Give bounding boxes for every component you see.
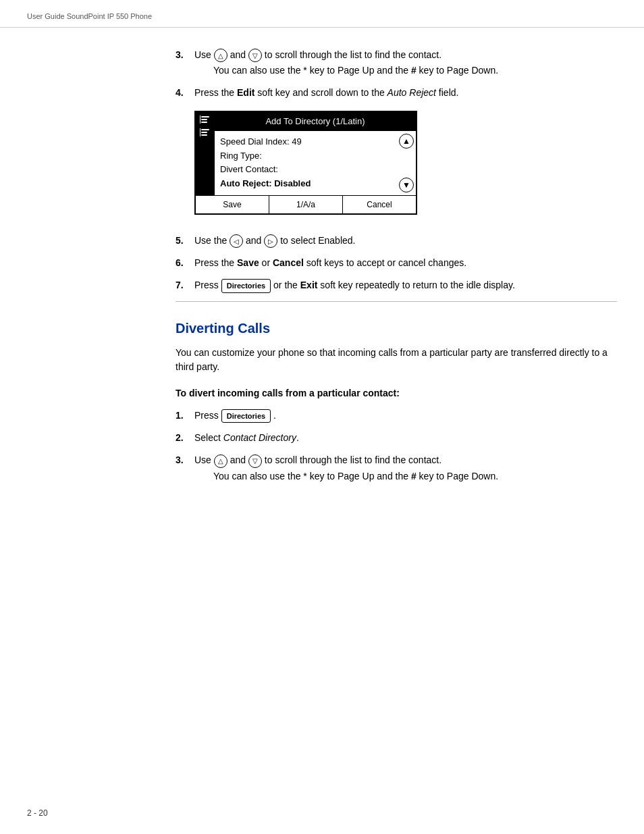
header-title: User Guide SoundPoint IP 550 Phone (27, 12, 152, 20)
up-arrow-icon (214, 49, 227, 62)
step-5: 5. Use the and to select Enabled. (176, 234, 617, 248)
divert-step-3-number: 3. (176, 453, 194, 483)
screen-main: Add To Directory (1/Latin) Speed Dial In… (215, 112, 416, 195)
softkey-cancel: Cancel (343, 196, 416, 213)
svg-rect-4 (201, 129, 209, 130)
svg-rect-7 (200, 128, 200, 136)
step-7-text-pre: Press (194, 280, 221, 290)
right-arrow-icon (264, 234, 277, 248)
contact-icon-1 (200, 115, 211, 125)
divert-step-2-content: Select Contact Directory. (194, 431, 617, 445)
divert-step-2-text: Select Contact Directory. (194, 432, 299, 443)
step-3-text-pre: Use (194, 49, 214, 60)
divert-step-1-number: 1. (176, 409, 194, 423)
screen-body: Speed Dial Index: 49 Ring Type: Divert C… (215, 131, 397, 195)
svg-rect-3 (200, 115, 200, 124)
subsection-heading: To divert incoming calls from a particul… (176, 386, 617, 400)
divert-step-3-text-post: to scroll through the list to find the c… (265, 454, 441, 465)
page-header: User Guide SoundPoint IP 550 Phone (0, 0, 644, 28)
step-5-text: Use the (194, 235, 230, 246)
down-arrow-icon (248, 49, 262, 62)
left-arrow-icon (230, 234, 243, 248)
divert-down-arrow-icon (248, 454, 262, 468)
screen-title: Add To Directory (1/Latin) (215, 112, 416, 131)
step-3-content: Use and to scroll through the list to fi… (194, 48, 617, 78)
step-3-text-post: to scroll through the list to find the c… (265, 49, 441, 60)
divert-step-3-text-pre: Use (194, 454, 214, 465)
step-5-text-post: to select Enabled. (280, 235, 355, 246)
directories-button-7[interactable]: Directories (221, 279, 271, 293)
step-5-and: and (246, 235, 264, 246)
svg-rect-2 (201, 122, 207, 123)
divert-step-2-number: 2. (176, 431, 194, 445)
step-7-content: Press Directories or the Exit soft key r… (194, 278, 617, 293)
icon-box-2 (198, 128, 213, 138)
softkey-save: Save (196, 196, 269, 213)
contact-icon-2 (200, 128, 211, 138)
divert-up-arrow-icon (214, 454, 227, 468)
screen-softkeys: Save 1/A/a Cancel (196, 195, 416, 213)
step-5-number: 5. (176, 234, 194, 248)
svg-rect-1 (201, 119, 207, 120)
diverting-step-list: 1. Press Directories . 2. Select Contact… (176, 409, 617, 484)
section-divider (176, 301, 617, 302)
page-content: 3. Use and to scroll through the list to… (0, 28, 644, 519)
step-3: 3. Use and to scroll through the list to… (176, 48, 617, 78)
step-4: 4. Press the Edit soft key and scroll do… (176, 86, 617, 226)
directories-button-1[interactable]: Directories (221, 409, 271, 423)
step-4-content: Press the Edit soft key and scroll down … (194, 86, 617, 226)
svg-rect-5 (201, 132, 207, 133)
svg-rect-6 (201, 134, 207, 136)
divert-step-3: 3. Use and to scroll through the list to… (176, 453, 617, 483)
step-6-text: Press the Save or Cancel soft keys to ac… (194, 257, 466, 268)
step-7-number: 7. (176, 278, 194, 293)
section-intro-text: You can customize your phone so that inc… (176, 346, 617, 374)
section-heading-diverting-calls: Diverting Calls (176, 321, 617, 336)
phone-screen: Add To Directory (1/Latin) Speed Dial In… (194, 111, 417, 215)
divert-step-3-content: Use and to scroll through the list to fi… (194, 453, 617, 483)
step-4-text: Press the Edit soft key and scroll down … (194, 87, 458, 98)
field-auto-reject: Auto Reject: Disabled (220, 177, 392, 191)
step-3-and: and (230, 49, 248, 60)
divert-step-3-note: You can also use the * key to Page Up an… (194, 469, 617, 484)
step-5-content: Use the and to select Enabled. (194, 234, 617, 248)
field-divert-contact: Divert Contact: (220, 163, 392, 177)
step-3-number: 3. (176, 48, 194, 78)
screen-left-icons (196, 112, 215, 195)
step-6-content: Press the Save or Cancel soft keys to ac… (194, 256, 617, 270)
scroll-down-btn: ▼ (399, 178, 414, 192)
divert-step-2: 2. Select Contact Directory. (176, 431, 617, 445)
step-list-top: 3. Use and to scroll through the list to… (176, 48, 617, 293)
step-4-number: 4. (176, 86, 194, 226)
scroll-up-btn: ▲ (399, 134, 414, 149)
screen-body-row: Speed Dial Index: 49 Ring Type: Divert C… (215, 131, 416, 195)
diverting-calls-section: Diverting Calls You can customize your p… (176, 321, 617, 484)
page-footer: 2 - 20 (27, 808, 48, 818)
step-7-text-post: or the Exit soft key repeatedly to retur… (273, 280, 515, 290)
phone-screen-diagram: Add To Directory (1/Latin) Speed Dial In… (194, 111, 417, 215)
icon-box-1 (198, 115, 213, 126)
step-3-note: You can also use the * key to Page Up an… (194, 63, 617, 78)
screen-right-icons: ▲ ▼ (397, 131, 416, 195)
divert-step-1-text-post: . (273, 410, 276, 421)
divert-step-1-content: Press Directories . (194, 409, 617, 423)
step-6-number: 6. (176, 256, 194, 270)
svg-rect-0 (201, 116, 209, 118)
field-ring-type: Ring Type: (220, 149, 392, 163)
field-speed-dial: Speed Dial Index: 49 (220, 135, 392, 149)
divert-step-1: 1. Press Directories . (176, 409, 617, 423)
divert-step-3-and: and (230, 454, 248, 465)
divert-step-1-text-pre: Press (194, 410, 221, 421)
step-6: 6. Press the Save or Cancel soft keys to… (176, 256, 617, 270)
softkey-mode: 1/A/a (269, 196, 343, 213)
screen-sidebar: Add To Directory (1/Latin) Speed Dial In… (196, 112, 416, 195)
page-number: 2 - 20 (27, 808, 48, 818)
step-7: 7. Press Directories or the Exit soft ke… (176, 278, 617, 293)
